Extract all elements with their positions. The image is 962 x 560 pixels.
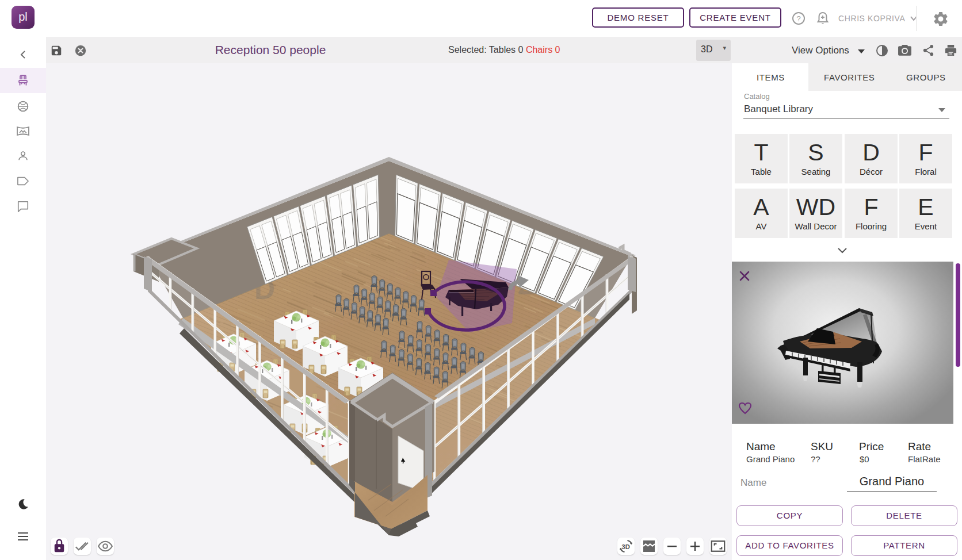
svg-text:3D: 3D <box>622 543 630 550</box>
svg-text:?: ? <box>796 14 800 23</box>
